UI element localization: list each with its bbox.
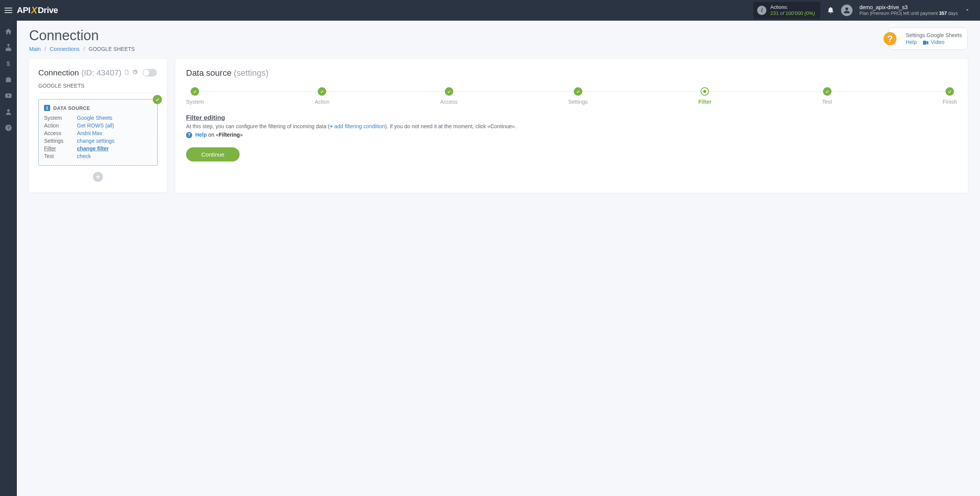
plan-line: Plan |Premium PRO| left until payment 35… <box>859 11 958 16</box>
ds-row-link[interactable]: change settings <box>77 138 114 144</box>
svg-text:?: ? <box>7 125 10 130</box>
youtube-icon[interactable] <box>5 92 12 100</box>
connection-toggle[interactable] <box>142 69 157 77</box>
briefcase-icon[interactable] <box>5 76 12 83</box>
chevron-down-icon[interactable] <box>965 7 970 14</box>
step-label: System <box>186 99 204 105</box>
ds-row-link[interactable]: change filter <box>77 145 109 152</box>
step-test[interactable]: Test <box>822 87 832 105</box>
breadcrumb: Main / Connections / GOOGLE SHEETS <box>29 46 135 52</box>
check-icon <box>153 95 162 104</box>
ds-row-link[interactable]: Get ROWS (all) <box>77 122 114 129</box>
step-check-icon <box>318 87 326 96</box>
step-check-icon <box>191 87 199 96</box>
step-settings[interactable]: Settings <box>568 87 588 105</box>
copy-icon[interactable] <box>124 68 129 77</box>
logo-api: API <box>17 5 30 15</box>
step-label: Access <box>440 99 457 105</box>
ds-row-key: Settings <box>44 138 77 144</box>
actions-box[interactable]: i Actions: 231 of 100'000 (0%) <box>753 2 820 18</box>
stepper: SystemActionAccessSettingsFilterTestFini… <box>186 87 957 105</box>
step-check-icon <box>946 87 954 96</box>
ds-row-link[interactable]: Google Sheets <box>77 115 113 121</box>
section-title: Filter editing <box>186 114 957 122</box>
settings-title: Data source <box>186 68 232 78</box>
svg-point-2 <box>7 109 10 112</box>
ds-row-link[interactable]: check <box>77 153 91 159</box>
actions-label: Actions: <box>770 4 815 10</box>
step-label: Settings <box>568 99 588 105</box>
bell-icon[interactable] <box>827 6 834 15</box>
user-icon[interactable] <box>5 108 12 116</box>
help-link[interactable]: Help <box>906 39 917 45</box>
settings-subtitle: (settings) <box>234 68 268 78</box>
svg-rect-5 <box>923 41 926 45</box>
step-check-icon <box>445 87 453 96</box>
home-icon[interactable] <box>5 28 12 35</box>
svg-text:$: $ <box>7 60 10 67</box>
ds-row-key: System <box>44 115 77 121</box>
ds-row-key: Test <box>44 153 77 159</box>
continue-button[interactable]: Continue <box>186 147 240 162</box>
logo[interactable]: APIXDrive <box>17 5 58 16</box>
avatar[interactable] <box>841 5 853 16</box>
connection-subtitle: GOOGLE SHEETS <box>38 83 158 93</box>
step-filter[interactable]: Filter <box>698 87 711 105</box>
info-icon: i <box>757 6 766 15</box>
actions-counter: 231 of 100'000 (0%) <box>770 10 815 16</box>
step-access[interactable]: Access <box>440 87 457 105</box>
user-name: demo_apix-drive_s3 <box>859 4 958 11</box>
section-desc: At this step, you can configure the filt… <box>186 123 957 129</box>
ds-row-key: Access <box>44 130 77 136</box>
step-label: Action <box>315 99 330 105</box>
step-finish[interactable]: Finish <box>943 87 957 105</box>
step-label: Filter <box>698 99 711 105</box>
step-active-icon <box>701 87 709 96</box>
step-label: Test <box>822 99 832 105</box>
help-line: ? Help on «Filtering» <box>186 132 957 138</box>
menu-toggle[interactable] <box>0 0 17 21</box>
hamburger-icon <box>5 8 12 13</box>
dollar-icon[interactable]: $ <box>5 60 12 67</box>
step-label: Finish <box>943 99 957 105</box>
step-action[interactable]: Action <box>315 87 330 105</box>
connection-card: Connection (ID: 43407) GOOGLE SHEETS 1 D… <box>29 59 167 193</box>
ds-row-key: Action <box>44 122 77 129</box>
question-icon[interactable]: ? <box>884 32 897 45</box>
step-check-icon <box>823 87 831 96</box>
help-small-icon: ? <box>186 132 192 138</box>
settings-card: Data source (settings) SystemActionAcces… <box>175 59 968 193</box>
ds-row-link[interactable]: Andrii Mav <box>77 130 102 136</box>
logo-drive: Drive <box>38 5 58 15</box>
ds-title: DATA SOURCE <box>53 105 90 111</box>
topbar: APIXDrive i Actions: 231 of 100'000 (0%)… <box>0 0 980 21</box>
breadcrumb-connections[interactable]: Connections <box>50 46 80 52</box>
video-icon <box>923 39 930 45</box>
connection-title: Connection <box>38 68 79 77</box>
add-button[interactable]: + <box>93 172 103 182</box>
help-pill: ? Settings Google Sheets Help Video <box>889 28 968 50</box>
breadcrumb-current: GOOGLE SHEETS <box>89 46 135 52</box>
add-filter-link[interactable]: + add filtering condition <box>330 123 385 129</box>
step-check-icon <box>574 87 582 96</box>
left-rail: $ ? <box>0 21 17 496</box>
logo-x: X <box>31 5 37 16</box>
connection-id: (ID: 43407) <box>81 68 121 77</box>
page-title: Connection <box>29 28 135 44</box>
user-block: demo_apix-drive_s3 Plan |Premium PRO| le… <box>859 4 958 16</box>
ds-number: 1 <box>44 105 50 111</box>
sitemap-icon[interactable] <box>5 44 12 51</box>
breadcrumb-main[interactable]: Main <box>29 46 41 52</box>
ds-row-key: Filter <box>44 145 77 152</box>
help-filtering-link[interactable]: Help <box>195 132 207 138</box>
video-link[interactable]: Video <box>931 39 944 45</box>
help-icon[interactable]: ? <box>5 124 12 132</box>
data-source-box: 1 DATA SOURCE SystemGoogle SheetsActionG… <box>38 99 158 166</box>
gear-icon[interactable] <box>132 68 138 77</box>
help-pill-title: Settings Google Sheets <box>906 32 962 39</box>
step-system[interactable]: System <box>186 87 204 105</box>
